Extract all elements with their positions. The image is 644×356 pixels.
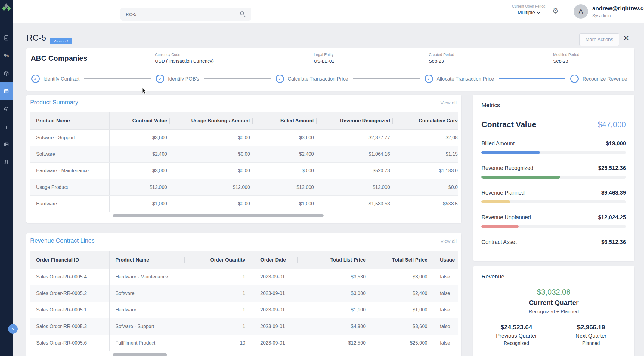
revenue-unplanned-bar: [481, 225, 626, 228]
col-cumulative-carve: Cumulative Carv: [392, 112, 458, 130]
revenue-contract-lines-view-all-link[interactable]: View all: [441, 238, 457, 244]
contract-value-row: Contract Value $47,000: [481, 120, 626, 129]
billing-icon: [3, 88, 9, 94]
search-icon[interactable]: [240, 11, 244, 15]
step-connector: [353, 78, 420, 79]
sidebar-item-upload[interactable]: [0, 100, 13, 118]
user-email: andrew@rightrev.com: [592, 5, 644, 12]
check-icon: ✓: [34, 76, 37, 81]
avatar[interactable]: A: [574, 4, 588, 19]
table-row[interactable]: Sales Order-RR-0005.2Software12023-09-01…: [30, 285, 458, 302]
open-period-selector: Current Open Period Multiple: [499, 4, 559, 16]
metric-revenue-unplanned: Revenue Unplanned$12,024.25: [481, 214, 626, 228]
chevron-right-icon: ›: [12, 326, 14, 332]
product-summary-card: Product Summary View all Product Name Co…: [26, 95, 461, 223]
metric-contract-asset: Contract Asset $6,512.36: [481, 239, 626, 245]
col-usage-bookings: Usage Bookings Amount: [169, 112, 252, 130]
metric-revenue-planned: Revenue Planned$9,463.39: [481, 189, 626, 203]
search-input[interactable]: [120, 8, 251, 21]
horizontal-scrollbar[interactable]: [113, 353, 167, 356]
user-role: Sysadmin: [592, 13, 611, 18]
app-root: % › Curre: [0, 0, 644, 356]
col-order-date: Order Date: [248, 251, 297, 269]
col-total-list-price: Total List Price: [297, 251, 368, 269]
col-total-sell-price: Total Sell Price: [368, 251, 430, 269]
table-row[interactable]: Hardware - Maintenance$3,000$0.00$0.00$5…: [30, 163, 458, 179]
sidebar-item-wallet[interactable]: [0, 135, 13, 153]
percent-icon: %: [4, 52, 9, 59]
col-product-name: Product Name: [30, 112, 109, 130]
version-badge: Version 2: [50, 38, 72, 44]
period-dropdown[interactable]: Multiple: [518, 10, 540, 16]
sidebar-item-products[interactable]: [0, 64, 13, 82]
next-quarter-block: $2,966.19 Next Quarter Planned: [561, 324, 621, 346]
table-row[interactable]: Usage Product$12,000$12,000$12,000$12,00…: [30, 179, 458, 196]
sidebar-item-contracts-active[interactable]: [0, 82, 13, 100]
horizontal-scrollbar[interactable]: [113, 214, 324, 217]
step-connector: [204, 78, 271, 79]
more-actions-button[interactable]: More Actions: [579, 33, 619, 46]
field-currency-code: Currency Code USD (Transaction Currency): [155, 53, 214, 64]
table-header-row: Product Name Contract Value Usage Bookin…: [30, 112, 458, 130]
step-connector: [499, 78, 566, 79]
metrics-title: Metrics: [481, 102, 626, 109]
col-order-quantity: Order Quantity: [184, 251, 248, 269]
billed-amount-bar: [481, 151, 626, 154]
sidebar-nav: %: [0, 29, 13, 171]
sidebar-item-document[interactable]: [0, 29, 13, 47]
contract-value-amount: $47,000: [598, 120, 626, 129]
layers-icon: [3, 159, 9, 165]
sidebar-item-layers[interactable]: [0, 153, 13, 171]
step-connector: [84, 78, 151, 79]
metric-revenue-recognized: Revenue Recognized$25,512.36: [481, 165, 626, 179]
contract-header-card: ABC Companies Currency Code USD (Transac…: [26, 48, 634, 91]
wallet-icon: [3, 141, 9, 147]
sidebar-item-reports[interactable]: [0, 118, 13, 135]
revenue-recognized-bar: [481, 176, 626, 179]
table-row[interactable]: Sales Order-RR-0005.6Fullfilment Product…: [30, 335, 458, 351]
chevron-down-icon: [537, 10, 540, 14]
revenue-title: Revenue: [481, 273, 626, 280]
sidebar: %: [0, 0, 13, 356]
product-summary-view-all-link[interactable]: View all: [441, 100, 457, 106]
revenue-stepper: ✓ Identify Contract ✓ Identify POB's ✓ C…: [31, 75, 627, 83]
previous-quarter-block: $24,523.64 Previous Quarter Recognized: [486, 324, 546, 346]
step-recognize-revenue: Recognize Revenue: [570, 75, 627, 83]
customer-name: ABC Companies: [31, 54, 87, 63]
topbar-divider: [569, 5, 569, 19]
current-quarter-value: $3,032.08: [481, 288, 626, 296]
step-identify-contract: ✓ Identify Contract: [31, 75, 79, 83]
col-order-financial-id: Order Financial ID: [30, 251, 109, 269]
col-contract-value: Contract Value: [109, 112, 169, 130]
field-modified-period: Modified Period Sep-23: [553, 53, 579, 64]
table-row[interactable]: Sofware - Support$3,600$0.00$3,600$2,377…: [30, 130, 458, 146]
field-created-period: Created Period Sep-23: [429, 53, 454, 64]
table-header-row: Order Financial ID Product Name Order Qu…: [30, 251, 458, 269]
revenue-contract-lines-title: Revenue Contract Lines: [30, 237, 95, 244]
table-row[interactable]: Sales Order-RR-0005.1Hardware12023-09-01…: [30, 302, 458, 318]
bar-chart-icon: [3, 124, 9, 130]
step-identify-pobs: ✓ Identify POB's: [156, 75, 199, 83]
cube-icon: [3, 70, 9, 76]
product-summary-table: Product Name Contract Value Usage Bookin…: [30, 112, 458, 212]
field-legal-entity: Legal Entity US-LE-01: [314, 53, 334, 64]
table-row[interactable]: Sales Order-RR-0005.3Sofware - Support12…: [30, 318, 458, 335]
metrics-card: Metrics Contract Value $47,000 Billed Am…: [473, 95, 634, 261]
revenue-planned-bar: [481, 200, 626, 203]
table-row[interactable]: Sales Order-RR-0005.4Hardware - Maintena…: [30, 269, 458, 285]
page-title: RC-5: [26, 33, 46, 43]
check-icon: ✓: [278, 76, 282, 81]
step-allocate-price: ✓ Allocate Transaction Price: [425, 75, 494, 83]
close-icon[interactable]: ×: [624, 33, 629, 43]
sidebar-expand-button[interactable]: ›: [8, 324, 18, 334]
period-label: Current Open Period: [499, 4, 559, 8]
sidebar-item-percent[interactable]: %: [0, 47, 13, 64]
settings-gear-icon[interactable]: ⚙: [552, 7, 559, 15]
table-row[interactable]: Hardware$1,000$0.00$1,000$1,533.53$533.5: [30, 196, 458, 212]
col-revenue-recognized: Revenue Recognized: [316, 112, 392, 130]
col-usage: Usage: [430, 251, 458, 269]
table-row[interactable]: Software$2,400$0.00$2,400$1,064.16$1,15: [30, 146, 458, 163]
product-summary-title: Product Summary: [30, 99, 78, 106]
step-calculate-price: ✓ Calculate Transaction Price: [276, 75, 348, 83]
col-billed-amount: Billed Amount: [252, 112, 316, 130]
